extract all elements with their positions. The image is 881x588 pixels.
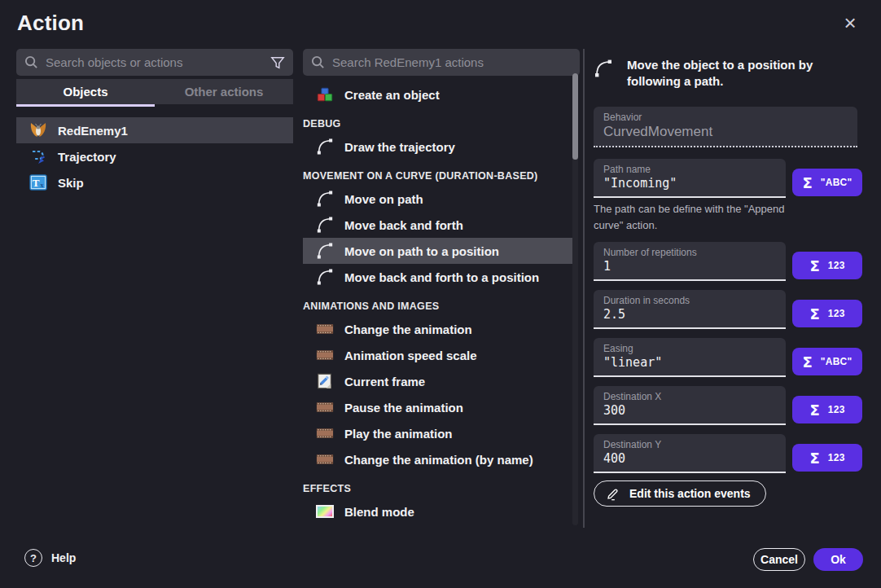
panel-divider xyxy=(583,49,585,528)
action-item-create-object[interactable]: Create an object xyxy=(303,81,572,108)
action-item-move-back-and-forth[interactable]: Move back and forth xyxy=(303,212,572,238)
behavior-field: Behavior CurvedMovement xyxy=(594,107,857,147)
filter-icon[interactable] xyxy=(270,55,285,70)
tab-objects[interactable]: Objects xyxy=(16,79,155,104)
object-label: Trajectory xyxy=(58,150,116,164)
action-label: Move on path to a position xyxy=(344,244,499,258)
action-item-change-animation[interactable]: Change the animation xyxy=(303,316,572,342)
action-label: Change the animation xyxy=(344,323,472,336)
expression-editor-button[interactable]: Σ 123 xyxy=(792,300,862,327)
field-value: 400 xyxy=(603,451,776,466)
curve-icon xyxy=(316,242,334,260)
film-icon xyxy=(316,424,334,442)
help-button[interactable]: ? Help xyxy=(24,549,76,567)
film-icon xyxy=(316,398,334,416)
expression-type-label: "ABC" xyxy=(821,177,853,188)
action-label: Current frame xyxy=(344,375,425,388)
destination-y-field[interactable]: Destination Y 400 xyxy=(594,434,786,473)
search-placeholder: Search RedEnemy1 actions xyxy=(332,55,572,69)
object-row-trajectory[interactable]: Trajectory xyxy=(16,143,293,169)
close-icon[interactable]: × xyxy=(839,11,861,34)
curve-icon xyxy=(594,59,613,90)
svg-text:x: x xyxy=(41,182,44,189)
text-object-icon: Tx xyxy=(28,173,48,192)
tab-other-actions[interactable]: Other actions xyxy=(155,79,293,104)
actions-scrollbar-track xyxy=(572,73,578,525)
action-dialog: Action × Search objects or actions Objec… xyxy=(0,0,881,588)
action-item-animation-speed-scale[interactable]: Animation speed scale xyxy=(303,342,572,368)
object-row-skip[interactable]: Tx Skip xyxy=(16,169,293,195)
film-icon xyxy=(316,320,334,338)
action-section-header: DEBUG xyxy=(303,113,572,134)
destination-x-field[interactable]: Destination X 300 xyxy=(594,386,786,425)
path-name-field[interactable]: Path name "Incoming" xyxy=(594,159,786,198)
action-label: Move back and forth to a position xyxy=(344,270,539,284)
field-label: Destination X xyxy=(603,391,776,402)
curve-icon xyxy=(316,216,334,234)
edit-action-events-button[interactable]: Edit this action events xyxy=(594,480,766,507)
action-description-text: Move the object to a position by followi… xyxy=(627,57,862,90)
action-item-current-frame[interactable]: Current frame xyxy=(303,368,572,394)
cubes-icon xyxy=(316,86,334,103)
field-value: 300 xyxy=(603,403,776,418)
field-label: Number of repetitions xyxy=(603,247,776,258)
expression-editor-button[interactable]: Σ "ABC" xyxy=(792,169,862,196)
search-placeholder: Search objects or actions xyxy=(46,55,263,69)
field-label: Destination Y xyxy=(603,439,776,450)
expression-editor-button[interactable]: Σ 123 xyxy=(792,252,862,279)
field-label: Behavior xyxy=(603,112,848,123)
action-item-move-back-and-forth-to-position[interactable]: Move back and forth to a position xyxy=(303,264,572,290)
ok-button[interactable]: Ok xyxy=(813,548,863,571)
search-icon xyxy=(311,55,325,69)
action-item-draw-trajectory[interactable]: Draw the trajectory xyxy=(303,134,572,160)
expression-editor-button[interactable]: Σ 123 xyxy=(792,396,862,423)
actions-search-input[interactable]: Search RedEnemy1 actions xyxy=(303,49,580,76)
objects-search-input[interactable]: Search objects or actions xyxy=(16,49,293,76)
enemy-sprite-icon xyxy=(28,121,48,140)
sigma-icon: Σ xyxy=(809,450,819,467)
action-section-header: MOVEMENT ON A CURVE (DURATION-BASED) xyxy=(303,165,572,186)
action-label: Create an object xyxy=(344,88,440,102)
actions-scrollbar-thumb[interactable] xyxy=(572,73,578,160)
field-label: Easing xyxy=(603,343,776,354)
expression-type-label: "ABC" xyxy=(821,356,853,367)
frame-icon xyxy=(316,372,334,390)
action-label: Blend mode xyxy=(344,505,414,519)
film-icon xyxy=(316,346,334,364)
field-label: Duration in seconds xyxy=(603,295,776,306)
object-label: RedEnemy1 xyxy=(58,124,128,138)
help-label: Help xyxy=(51,551,76,564)
action-item-move-on-path[interactable]: Move on path xyxy=(303,186,572,212)
edit-action-events-label: Edit this action events xyxy=(629,487,751,500)
field-value: "linear" xyxy=(603,355,776,370)
field-value: 2.5 xyxy=(603,307,776,322)
action-item-pause-animation[interactable]: Pause the animation xyxy=(303,394,572,420)
easing-field[interactable]: Easing "linear" xyxy=(594,338,786,377)
cancel-button[interactable]: Cancel xyxy=(753,548,805,571)
expression-editor-button[interactable]: Σ 123 xyxy=(792,444,862,472)
action-label: Animation speed scale xyxy=(344,349,477,362)
svg-text:T: T xyxy=(33,177,40,189)
film-icon xyxy=(316,450,334,468)
action-item-change-animation-by-name[interactable]: Change the animation (by name) xyxy=(303,446,572,472)
expression-type-label: 123 xyxy=(828,260,845,271)
sigma-icon: Σ xyxy=(802,353,812,371)
duration-field[interactable]: Duration in seconds 2.5 xyxy=(594,290,786,329)
expression-type-label: 123 xyxy=(828,308,845,319)
action-label: Play the animation xyxy=(344,427,453,441)
object-label: Skip xyxy=(58,176,84,190)
action-item-play-animation[interactable]: Play the animation xyxy=(303,420,572,446)
action-item-move-on-path-to-position[interactable]: Move on path to a position xyxy=(303,238,572,264)
field-label: Path name xyxy=(603,164,776,175)
field-value: CurvedMovement xyxy=(603,124,848,140)
actions-list: Create an object DEBUG Draw the trajecto… xyxy=(303,81,572,524)
sigma-icon: Σ xyxy=(809,402,819,419)
action-item-blend-mode[interactable]: Blend mode xyxy=(303,498,572,524)
object-row-redenemy1[interactable]: RedEnemy1 xyxy=(16,117,293,143)
expression-editor-button[interactable]: Σ "ABC" xyxy=(792,348,862,375)
action-label: Move on path xyxy=(344,192,423,206)
action-label: Change the animation (by name) xyxy=(344,453,533,467)
curve-icon xyxy=(316,190,334,208)
repetitions-field[interactable]: Number of repetitions 1 xyxy=(594,242,786,281)
left-tabs: Objects Other actions xyxy=(16,79,293,104)
